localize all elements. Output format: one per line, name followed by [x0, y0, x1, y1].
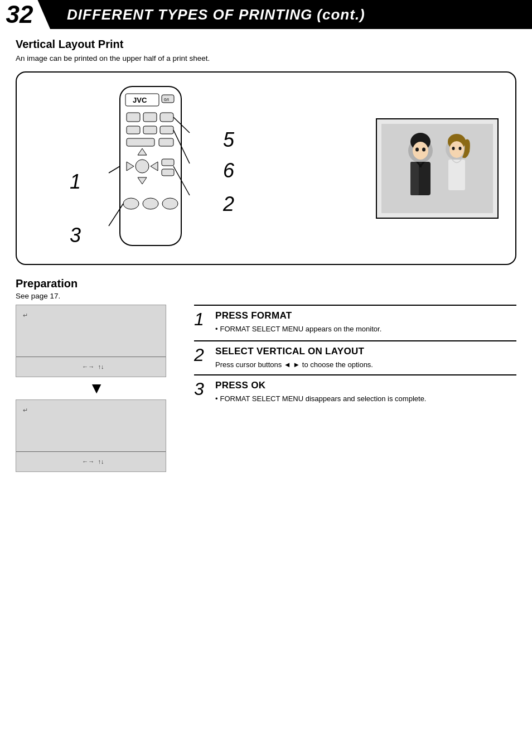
svg-line-26 — [109, 166, 120, 173]
svg-rect-19 — [162, 169, 174, 176]
svg-rect-35 — [419, 164, 422, 167]
step-3-title: PRESS OK — [215, 380, 516, 391]
prep-see-page: See page 17. — [16, 292, 516, 300]
svg-rect-31 — [410, 162, 419, 195]
svg-point-41 — [452, 147, 455, 150]
svg-rect-11 — [127, 138, 154, 146]
svg-rect-9 — [143, 126, 157, 134]
step-3-content: PRESS OK • FORMAT SELECT MENU disappears… — [215, 380, 516, 406]
steps-area: 1 PRESS FORMAT • FORMAT SELECT MENU appe… — [194, 305, 516, 410]
svg-rect-43 — [448, 160, 465, 190]
svg-text:0/I: 0/I — [164, 97, 169, 102]
step-3-bullet-1: • FORMAT SELECT MENU disappears and sele… — [215, 393, 516, 405]
label-3: 3 — [70, 224, 81, 247]
section-title: Vertical Layout Print — [16, 38, 516, 51]
main-content: Vertical Layout Print An image can be pr… — [0, 29, 532, 494]
print-sheet-after: ↵ ←→ ↑↓ — [16, 399, 166, 472]
page-header: 32 DIFFERENT TYPES OF PRINTING (cont.) — [0, 0, 532, 29]
print-sheet-before: ↵ ←→ ↑↓ — [16, 305, 166, 377]
step-3-number: 3 — [194, 380, 210, 398]
step-1-body: • FORMAT SELECT MENU appears on the moni… — [215, 324, 516, 335]
svg-rect-12 — [159, 138, 173, 146]
svg-point-20 — [123, 198, 139, 209]
remote-svg: JVC 0/I — [103, 84, 198, 251]
svg-rect-6 — [143, 113, 157, 122]
diagram-box: 1 3 5 6 2 JVC 0/I — [16, 71, 516, 265]
svg-text:JVC: JVC — [133, 96, 147, 104]
label-2: 2 — [223, 192, 234, 216]
divider-1 — [16, 357, 166, 357]
intro-text: An image can be printed on the upper hal… — [16, 54, 516, 62]
print-sheets-area: ↵ ←→ ↑↓ ▼ ↵ ←→ ↑↓ — [16, 305, 177, 472]
svg-point-21 — [143, 198, 158, 209]
step-1-title: PRESS FORMAT — [215, 310, 516, 321]
prep-title: Preparation — [16, 277, 516, 290]
svg-point-36 — [415, 147, 419, 151]
page-title: DIFFERENT TYPES OF PRINTING (cont.) — [67, 6, 365, 23]
label-6: 6 — [223, 159, 234, 182]
page-title-box: DIFFERENT TYPES OF PRINTING (cont.) — [50, 0, 532, 29]
step-1-bullet-1: • FORMAT SELECT MENU appears on the moni… — [215, 324, 516, 335]
svg-rect-7 — [160, 113, 173, 122]
cursor-icon-2: ↵ — [23, 407, 28, 414]
cursor-icon-1: ↵ — [23, 312, 28, 319]
big-arrow-down: ▼ — [16, 381, 177, 396]
step-1: 1 PRESS FORMAT • FORMAT SELECT MENU appe… — [194, 305, 516, 340]
arrows-label-1: ←→ ↑↓ — [82, 363, 104, 370]
step-2-number: 2 — [194, 346, 210, 364]
step-2-content: SELECT VERTICAL ON LAYOUT Press cursor b… — [215, 346, 516, 370]
label-1: 1 — [70, 170, 81, 194]
svg-point-22 — [162, 198, 178, 209]
arrows-label-2: ←→ ↑↓ — [82, 458, 104, 465]
svg-point-42 — [459, 147, 462, 150]
remote-area: 1 3 5 6 2 JVC 0/I — [33, 84, 268, 253]
step-2: 2 SELECT VERTICAL ON LAYOUT Press cursor… — [194, 340, 516, 375]
photo-illustration — [376, 118, 499, 219]
svg-rect-28 — [381, 124, 493, 213]
step-1-number: 1 — [194, 310, 210, 328]
prep-content: ↵ ←→ ↑↓ ▼ ↵ ←→ ↑↓ 1 — [16, 305, 516, 472]
remote-svg-container: 1 3 5 6 2 JVC 0/I — [103, 84, 198, 253]
step-2-body: Press cursor buttons ◄ ► to choose the o… — [215, 359, 516, 370]
step-3-body: • FORMAT SELECT MENU disappears and sele… — [215, 393, 516, 405]
page-number-box: 32 — [0, 0, 50, 29]
couple-svg — [381, 124, 493, 213]
photo-box — [376, 118, 499, 219]
step-3: 3 PRESS OK • FORMAT SELECT MENU disappea… — [194, 374, 516, 410]
svg-point-37 — [422, 147, 425, 151]
page-number: 32 — [6, 2, 33, 27]
preparation-section: Preparation See page 17. ↵ ←→ ↑↓ ▼ ↵ ←→ … — [16, 277, 516, 472]
step-1-content: PRESS FORMAT • FORMAT SELECT MENU appear… — [215, 310, 516, 336]
step-2-title: SELECT VERTICAL ON LAYOUT — [215, 346, 516, 357]
svg-point-40 — [449, 141, 464, 158]
svg-rect-8 — [127, 126, 140, 134]
svg-point-33 — [413, 142, 428, 160]
svg-rect-5 — [127, 113, 140, 122]
svg-rect-10 — [160, 126, 173, 134]
label-5: 5 — [223, 128, 234, 152]
divider-2 — [16, 451, 166, 452]
svg-point-17 — [136, 160, 149, 173]
svg-rect-18 — [162, 159, 174, 166]
